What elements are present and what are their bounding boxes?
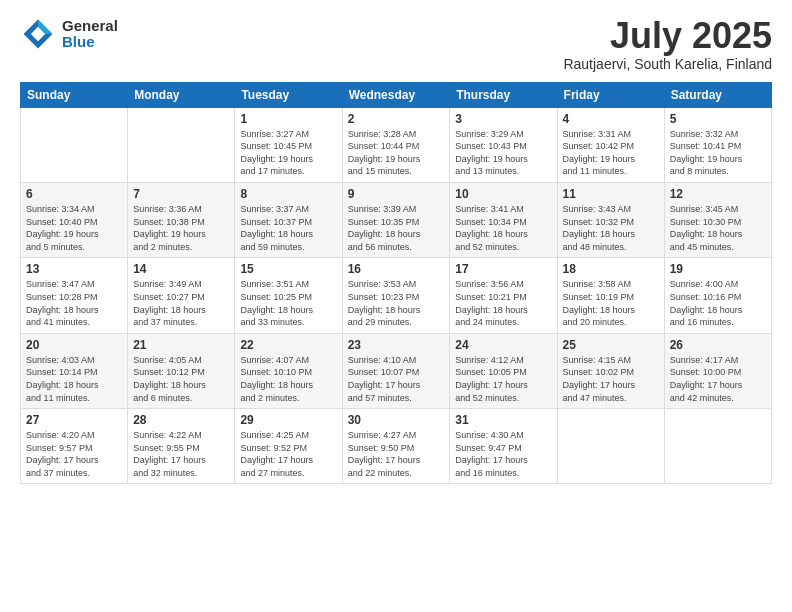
calendar-cell [21,107,128,182]
calendar-cell: 10Sunrise: 3:41 AM Sunset: 10:34 PM Dayl… [450,182,557,257]
calendar-title: July 2025 [563,16,772,56]
calendar-week-3: 13Sunrise: 3:47 AM Sunset: 10:28 PM Dayl… [21,258,772,333]
title-block: July 2025 Rautjaervi, South Karelia, Fin… [563,16,772,72]
day-detail: Sunrise: 3:29 AM Sunset: 10:43 PM Daylig… [455,128,551,178]
calendar-cell: 21Sunrise: 4:05 AM Sunset: 10:12 PM Dayl… [128,333,235,408]
calendar-cell: 26Sunrise: 4:17 AM Sunset: 10:00 PM Dayl… [664,333,771,408]
day-number: 7 [133,187,229,201]
day-number: 12 [670,187,766,201]
calendar-cell: 20Sunrise: 4:03 AM Sunset: 10:14 PM Dayl… [21,333,128,408]
day-detail: Sunrise: 3:36 AM Sunset: 10:38 PM Daylig… [133,203,229,253]
day-detail: Sunrise: 4:27 AM Sunset: 9:50 PM Dayligh… [348,429,445,479]
calendar-cell: 24Sunrise: 4:12 AM Sunset: 10:05 PM Dayl… [450,333,557,408]
day-number: 6 [26,187,122,201]
day-detail: Sunrise: 4:05 AM Sunset: 10:12 PM Daylig… [133,354,229,404]
day-number: 14 [133,262,229,276]
day-detail: Sunrise: 3:32 AM Sunset: 10:41 PM Daylig… [670,128,766,178]
day-number: 11 [563,187,659,201]
calendar-cell: 2Sunrise: 3:28 AM Sunset: 10:44 PM Dayli… [342,107,450,182]
logo-blue-text: Blue [62,34,118,51]
calendar-cell: 25Sunrise: 4:15 AM Sunset: 10:02 PM Dayl… [557,333,664,408]
day-detail: Sunrise: 4:03 AM Sunset: 10:14 PM Daylig… [26,354,122,404]
day-number: 29 [240,413,336,427]
day-number: 1 [240,112,336,126]
calendar-cell: 9Sunrise: 3:39 AM Sunset: 10:35 PM Dayli… [342,182,450,257]
col-wednesday: Wednesday [342,82,450,107]
day-detail: Sunrise: 3:58 AM Sunset: 10:19 PM Daylig… [563,278,659,328]
calendar-cell [664,409,771,484]
col-tuesday: Tuesday [235,82,342,107]
day-number: 20 [26,338,122,352]
calendar-week-1: 1Sunrise: 3:27 AM Sunset: 10:45 PM Dayli… [21,107,772,182]
calendar-cell: 18Sunrise: 3:58 AM Sunset: 10:19 PM Dayl… [557,258,664,333]
day-number: 23 [348,338,445,352]
day-number: 4 [563,112,659,126]
calendar-cell: 16Sunrise: 3:53 AM Sunset: 10:23 PM Dayl… [342,258,450,333]
calendar-location: Rautjaervi, South Karelia, Finland [563,56,772,72]
col-monday: Monday [128,82,235,107]
logo-text: General Blue [62,18,118,51]
calendar-cell: 15Sunrise: 3:51 AM Sunset: 10:25 PM Dayl… [235,258,342,333]
day-number: 8 [240,187,336,201]
day-detail: Sunrise: 4:17 AM Sunset: 10:00 PM Daylig… [670,354,766,404]
calendar-cell: 1Sunrise: 3:27 AM Sunset: 10:45 PM Dayli… [235,107,342,182]
day-number: 18 [563,262,659,276]
day-detail: Sunrise: 3:41 AM Sunset: 10:34 PM Daylig… [455,203,551,253]
day-number: 21 [133,338,229,352]
day-number: 25 [563,338,659,352]
day-number: 27 [26,413,122,427]
day-detail: Sunrise: 3:49 AM Sunset: 10:27 PM Daylig… [133,278,229,328]
logo: General Blue [20,16,118,52]
calendar-week-4: 20Sunrise: 4:03 AM Sunset: 10:14 PM Dayl… [21,333,772,408]
day-number: 22 [240,338,336,352]
day-number: 5 [670,112,766,126]
day-detail: Sunrise: 4:07 AM Sunset: 10:10 PM Daylig… [240,354,336,404]
day-detail: Sunrise: 3:53 AM Sunset: 10:23 PM Daylig… [348,278,445,328]
col-friday: Friday [557,82,664,107]
page: General Blue July 2025 Rautjaervi, South… [0,0,792,612]
day-detail: Sunrise: 3:51 AM Sunset: 10:25 PM Daylig… [240,278,336,328]
calendar-cell [128,107,235,182]
calendar-table: Sunday Monday Tuesday Wednesday Thursday… [20,82,772,485]
day-detail: Sunrise: 3:34 AM Sunset: 10:40 PM Daylig… [26,203,122,253]
header: General Blue July 2025 Rautjaervi, South… [20,16,772,72]
day-number: 28 [133,413,229,427]
day-detail: Sunrise: 4:25 AM Sunset: 9:52 PM Dayligh… [240,429,336,479]
calendar-cell: 5Sunrise: 3:32 AM Sunset: 10:41 PM Dayli… [664,107,771,182]
calendar-cell: 8Sunrise: 3:37 AM Sunset: 10:37 PM Dayli… [235,182,342,257]
calendar-cell: 29Sunrise: 4:25 AM Sunset: 9:52 PM Dayli… [235,409,342,484]
day-detail: Sunrise: 3:47 AM Sunset: 10:28 PM Daylig… [26,278,122,328]
day-number: 19 [670,262,766,276]
day-detail: Sunrise: 4:10 AM Sunset: 10:07 PM Daylig… [348,354,445,404]
calendar-cell: 19Sunrise: 4:00 AM Sunset: 10:16 PM Dayl… [664,258,771,333]
col-saturday: Saturday [664,82,771,107]
day-number: 26 [670,338,766,352]
day-number: 15 [240,262,336,276]
day-detail: Sunrise: 3:31 AM Sunset: 10:42 PM Daylig… [563,128,659,178]
day-number: 2 [348,112,445,126]
day-number: 24 [455,338,551,352]
day-number: 3 [455,112,551,126]
calendar-cell: 30Sunrise: 4:27 AM Sunset: 9:50 PM Dayli… [342,409,450,484]
calendar-cell: 28Sunrise: 4:22 AM Sunset: 9:55 PM Dayli… [128,409,235,484]
day-detail: Sunrise: 3:43 AM Sunset: 10:32 PM Daylig… [563,203,659,253]
day-detail: Sunrise: 4:22 AM Sunset: 9:55 PM Dayligh… [133,429,229,479]
day-number: 13 [26,262,122,276]
logo-general-text: General [62,18,118,35]
day-detail: Sunrise: 3:28 AM Sunset: 10:44 PM Daylig… [348,128,445,178]
logo-icon [20,16,56,52]
day-detail: Sunrise: 3:45 AM Sunset: 10:30 PM Daylig… [670,203,766,253]
calendar-header-row: Sunday Monday Tuesday Wednesday Thursday… [21,82,772,107]
calendar-cell: 22Sunrise: 4:07 AM Sunset: 10:10 PM Dayl… [235,333,342,408]
calendar-cell: 23Sunrise: 4:10 AM Sunset: 10:07 PM Dayl… [342,333,450,408]
day-detail: Sunrise: 3:39 AM Sunset: 10:35 PM Daylig… [348,203,445,253]
calendar-cell: 13Sunrise: 3:47 AM Sunset: 10:28 PM Dayl… [21,258,128,333]
calendar-cell: 3Sunrise: 3:29 AM Sunset: 10:43 PM Dayli… [450,107,557,182]
day-number: 9 [348,187,445,201]
day-detail: Sunrise: 4:12 AM Sunset: 10:05 PM Daylig… [455,354,551,404]
calendar-cell: 4Sunrise: 3:31 AM Sunset: 10:42 PM Dayli… [557,107,664,182]
day-number: 30 [348,413,445,427]
calendar-week-2: 6Sunrise: 3:34 AM Sunset: 10:40 PM Dayli… [21,182,772,257]
calendar-cell: 7Sunrise: 3:36 AM Sunset: 10:38 PM Dayli… [128,182,235,257]
calendar-cell: 11Sunrise: 3:43 AM Sunset: 10:32 PM Dayl… [557,182,664,257]
